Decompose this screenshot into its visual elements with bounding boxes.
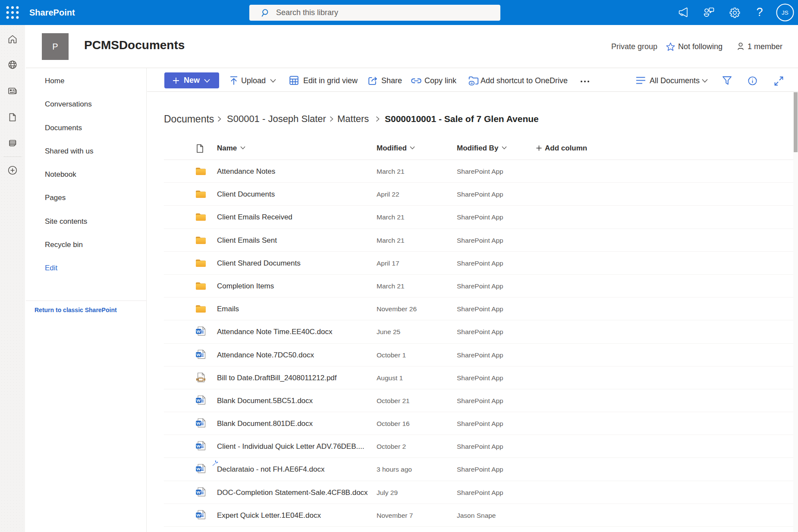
svg-text:W: W (197, 467, 201, 472)
svg-text:W: W (197, 329, 201, 334)
svg-text:W: W (197, 513, 201, 517)
svg-text:W: W (197, 490, 201, 494)
svg-text:W: W (197, 421, 201, 426)
svg-text:W: W (197, 398, 201, 403)
svg-text:JS: JS (782, 9, 789, 16)
svg-text:W: W (197, 352, 201, 357)
svg-text:W: W (197, 444, 201, 448)
